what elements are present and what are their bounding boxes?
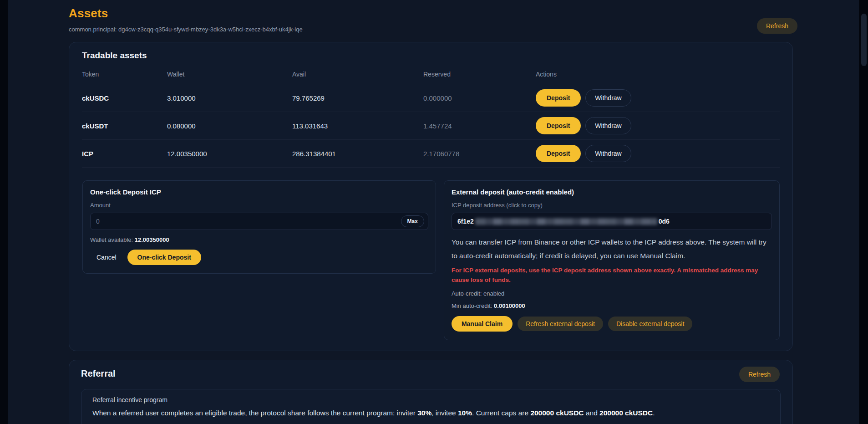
- scrollbar-track[interactable]: [859, 0, 868, 424]
- deposit-panels-row: One-click Deposit ICP Amount Max Wallet …: [82, 180, 780, 340]
- manual-claim-button[interactable]: Manual Claim: [452, 316, 513, 332]
- wallet-available-value: 12.00350000: [135, 236, 169, 243]
- refresh-external-deposit-button[interactable]: Refresh external deposit: [518, 317, 603, 331]
- min-auto-credit-line: Min auto-credit: 0.00100000: [452, 302, 772, 309]
- deposit-address-label: ICP deposit address (click to copy): [452, 202, 772, 209]
- column-token: Token: [82, 71, 167, 78]
- withdraw-button-icp[interactable]: Withdraw: [585, 145, 631, 162]
- address-redacted-blur: [475, 218, 657, 225]
- deposit-button-ckusdt[interactable]: Deposit: [536, 117, 581, 134]
- address-suffix: 0d6: [659, 218, 670, 225]
- refresh-referral-button[interactable]: Refresh: [739, 367, 780, 382]
- external-deposit-panel: External deposit (auto-credit enabled) I…: [444, 180, 780, 340]
- referral-title: Referral: [81, 368, 781, 379]
- table-row-icp: ICP 12.00350000 286.31384401 2.17060778 …: [82, 140, 780, 168]
- amount-label: Amount: [90, 202, 428, 209]
- column-avail: Avail: [292, 71, 423, 78]
- icp-deposit-address[interactable]: 6f1e20d6: [452, 213, 772, 230]
- column-wallet: Wallet: [167, 71, 292, 78]
- one-click-deposit-button[interactable]: One-click Deposit: [127, 250, 201, 265]
- referral-incentive-panel: Referral incentive program When a referr…: [81, 389, 781, 424]
- assets-page: Assets common.principal: dg4cw-z3cqq-q35…: [69, 6, 797, 424]
- external-deposit-title: External deposit (auto-credit enabled): [452, 188, 772, 196]
- address-prefix: 6f1e2: [457, 218, 474, 225]
- principal-text: common.principal: dg4cw-z3cqq-q354u-sfyw…: [69, 26, 797, 33]
- avail-balance: 79.765269: [292, 94, 423, 102]
- disable-external-deposit-button[interactable]: Disable external deposit: [608, 317, 692, 331]
- page-title: Assets: [69, 6, 797, 20]
- one-click-deposit-title: One-click Deposit ICP: [90, 188, 428, 196]
- tradable-assets-title: Tradable assets: [82, 51, 780, 61]
- withdraw-button-ckusdc[interactable]: Withdraw: [585, 89, 631, 107]
- referral-header: Referral Refresh: [81, 368, 781, 379]
- avail-balance: 286.31384401: [292, 150, 423, 158]
- deposit-button-ckusdc[interactable]: Deposit: [536, 89, 581, 107]
- amount-input-wrap: Max: [90, 213, 428, 230]
- window-left-edge: [0, 0, 8, 424]
- cancel-button[interactable]: Cancel: [90, 250, 123, 265]
- one-click-deposit-panel: One-click Deposit ICP Amount Max Wallet …: [82, 180, 436, 274]
- table-row-ckusdt: ckUSDT 0.080000 113.031643 1.457724 Depo…: [82, 112, 780, 140]
- wallet-available-label: Wallet available:: [90, 236, 135, 243]
- refresh-assets-button[interactable]: Refresh: [757, 18, 797, 34]
- column-reserved: Reserved: [423, 71, 536, 78]
- external-deposit-warning: For ICP external deposits, use the ICP d…: [452, 266, 772, 285]
- wallet-balance: 0.080000: [167, 122, 292, 130]
- scrollbar-thumb[interactable]: [861, 14, 867, 66]
- external-deposit-info: You can transfer ICP from Binance or oth…: [452, 235, 772, 263]
- page-header: Assets common.principal: dg4cw-z3cqq-q35…: [69, 6, 797, 33]
- token-name: ICP: [82, 150, 167, 158]
- reserved-balance: 0.000000: [423, 94, 536, 102]
- min-auto-credit-value: 0.00100000: [494, 302, 525, 309]
- token-name: ckUSDC: [82, 94, 167, 102]
- asset-table-header: Token Wallet Avail Reserved Actions: [82, 64, 780, 84]
- wallet-available-line: Wallet available: 12.00350000: [90, 236, 428, 243]
- max-button[interactable]: Max: [401, 215, 424, 227]
- referral-description: When a referred user completes an eligib…: [92, 409, 769, 417]
- min-auto-credit-label: Min auto-credit:: [452, 302, 494, 309]
- amount-input[interactable]: [96, 218, 401, 225]
- deposit-button-icp[interactable]: Deposit: [536, 145, 581, 162]
- table-row-ckusdc: ckUSDC 3.010000 79.765269 0.000000 Depos…: [82, 84, 780, 112]
- wallet-balance: 3.010000: [167, 94, 292, 102]
- referral-card: Referral Refresh Referral incentive prog…: [69, 360, 793, 424]
- tradable-assets-card: Tradable assets Token Wallet Avail Reser…: [69, 42, 793, 351]
- wallet-balance: 12.00350000: [167, 150, 292, 158]
- column-actions: Actions: [536, 71, 780, 78]
- avail-balance: 113.031643: [292, 122, 423, 130]
- token-name: ckUSDT: [82, 122, 167, 130]
- auto-credit-status: Auto-credit: enabled: [452, 290, 772, 297]
- withdraw-button-ckusdt[interactable]: Withdraw: [585, 117, 631, 134]
- reserved-balance: 2.17060778: [423, 150, 536, 158]
- referral-program-label: Referral incentive program: [92, 396, 769, 404]
- asset-table: Token Wallet Avail Reserved Actions ckUS…: [82, 64, 780, 168]
- reserved-balance: 1.457724: [423, 122, 536, 130]
